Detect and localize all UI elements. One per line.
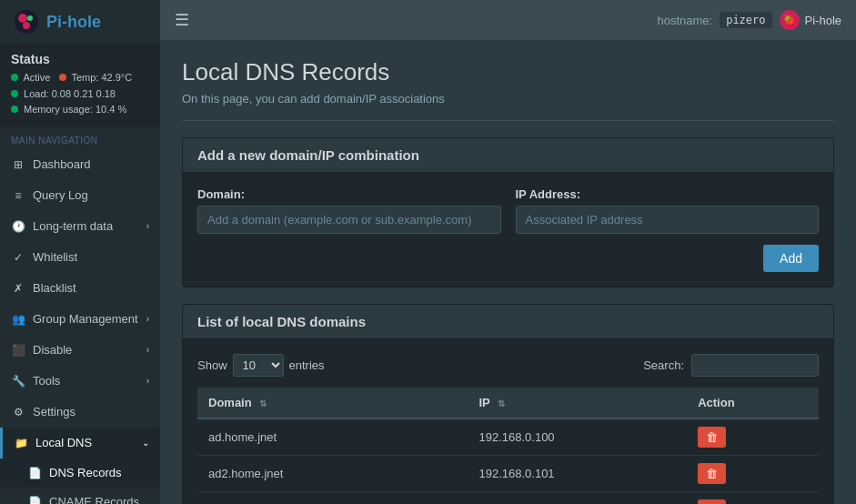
whitelist-icon: ✓	[11, 250, 25, 265]
page-content: Local DNS Records On this page, you can …	[160, 40, 856, 504]
form-row: Domain: IP Address:	[197, 187, 819, 234]
tools-icon: 🔧	[11, 374, 25, 388]
search-input[interactable]	[691, 354, 819, 377]
sidebar-item-tools[interactable]: 🔧 Tools ›	[0, 366, 160, 397]
table-row: esphome.jnet 192.168.0.22 🗑	[197, 492, 819, 505]
cell-domain: ad.home.jnet	[197, 418, 468, 456]
topbar: ☰ hostname: pizero 🍓 Pi-hole	[160, 0, 856, 40]
pihole-badge: 🍓 Pi-hole	[780, 10, 841, 30]
show-label: Show	[197, 358, 227, 372]
query-log-icon: ≡	[11, 188, 25, 203]
cell-ip: 192.168.0.101	[468, 456, 687, 492]
sidebar-header: Pi-hole	[0, 0, 160, 45]
disable-icon: ⬛	[11, 343, 25, 358]
sidebar-item-label: Local DNS	[35, 436, 92, 449]
status-section: Status Active Temp: 42.9°C Load: 0.08 0.…	[0, 45, 160, 126]
sidebar-item-cname-records[interactable]: 📄 CNAME Records	[0, 488, 160, 504]
hamburger-menu-icon[interactable]: ☰	[175, 10, 189, 30]
page-title: Local DNS Records	[182, 58, 834, 86]
form-actions: Add	[197, 245, 819, 272]
sort-icon[interactable]: ⇅	[498, 398, 505, 408]
dns-list-card: List of local DNS domains Show 10 25 50 …	[182, 304, 834, 504]
sidebar-item-label: Long-term data	[33, 219, 113, 233]
sidebar-item-local-dns[interactable]: 📁 Local DNS ⌄	[0, 428, 160, 459]
status-load: Load: 0.08 0.21 0.18	[11, 86, 149, 103]
title-divider	[182, 120, 834, 121]
chevron-right-icon: ›	[146, 376, 149, 386]
status-memory: Memory usage: 10.4 %	[11, 102, 149, 118]
sidebar-item-label: Tools	[33, 374, 60, 388]
topbar-left: ☰	[175, 10, 189, 30]
cell-action: 🗑	[687, 492, 819, 505]
status-active: Active Temp: 42.9°C	[11, 70, 149, 86]
dns-list-card-header: List of local DNS domains	[183, 305, 833, 339]
col-action: Action	[687, 388, 819, 418]
col-domain: Domain ⇅	[197, 388, 468, 418]
sidebar-item-label: Settings	[33, 405, 76, 418]
blacklist-icon: ✗	[11, 281, 25, 296]
ip-label: IP Address:	[516, 187, 820, 201]
dns-table-body: ad.home.jnet 192.168.0.100 🗑 ad2.home.jn…	[197, 418, 819, 504]
settings-icon: ⚙	[11, 405, 25, 419]
nav-section-label: MAIN NAVIGATION	[0, 126, 160, 149]
table-controls: Show 10 25 50 100 entries Search:	[197, 354, 819, 377]
dashboard-icon: ⊞	[11, 157, 25, 172]
entries-label: entries	[289, 358, 325, 372]
sidebar-item-group-management[interactable]: 👥 Group Management ›	[0, 304, 160, 335]
sidebar-item-blacklist[interactable]: ✗ Blacklist	[0, 273, 160, 304]
sidebar-item-label: Whitelist	[33, 250, 77, 264]
add-form-title: Add a new domain/IP combination	[197, 147, 419, 163]
sidebar-item-label: Blacklist	[33, 281, 76, 295]
table-row: ad.home.jnet 192.168.0.100 🗑	[197, 418, 819, 456]
sidebar-item-settings[interactable]: ⚙ Settings	[0, 397, 160, 428]
topbar-right: hostname: pizero 🍓 Pi-hole	[657, 10, 841, 30]
table-row: ad2.home.jnet 192.168.0.101 🗑	[197, 456, 819, 492]
sidebar-item-whitelist[interactable]: ✓ Whitelist	[0, 242, 160, 273]
chevron-right-icon: ›	[146, 314, 149, 324]
add-form-card-header: Add a new domain/IP combination	[183, 138, 833, 173]
chevron-down-icon: ⌄	[142, 438, 149, 448]
sidebar-item-dns-records[interactable]: 📄 DNS Records	[0, 459, 160, 488]
add-button[interactable]: Add	[763, 245, 819, 272]
svg-point-3	[23, 22, 30, 29]
load-dot	[11, 90, 18, 97]
temp-dot	[59, 74, 66, 81]
long-term-icon: 🕐	[11, 219, 25, 234]
dns-table-head: Domain ⇅ IP ⇅ Action	[197, 388, 819, 418]
sidebar-item-long-term-data[interactable]: 🕐 Long-term data ›	[0, 211, 160, 242]
cell-action: 🗑	[687, 456, 819, 492]
sidebar-logo-text: Pi-hole	[46, 13, 101, 32]
cell-action: 🗑	[687, 418, 819, 456]
table-header-row: Domain ⇅ IP ⇅ Action	[197, 388, 819, 418]
sidebar-item-label: Disable	[33, 343, 72, 357]
pihole-badge-text: Pi-hole	[805, 14, 841, 27]
active-dot	[11, 74, 18, 81]
svg-point-2	[27, 15, 33, 21]
pihole-logo-icon	[14, 9, 39, 35]
dns-table: Domain ⇅ IP ⇅ Action ad.home.jnet 1	[197, 388, 819, 504]
memory-dot	[11, 106, 18, 113]
sidebar-item-disable[interactable]: ⬛ Disable ›	[0, 335, 160, 366]
sidebar-item-label: DNS Records	[49, 466, 121, 479]
sidebar-item-dashboard[interactable]: ⊞ Dashboard	[0, 149, 160, 180]
delete-button[interactable]: 🗑	[698, 463, 726, 484]
sidebar-item-label: Query Log	[33, 188, 88, 202]
cell-ip: 192.168.0.22	[468, 492, 687, 505]
sort-icon[interactable]: ⇅	[259, 398, 267, 408]
sidebar-item-label: CNAME Records	[49, 495, 139, 504]
ip-input[interactable]	[516, 206, 820, 234]
entries-select[interactable]: 10 25 50 100	[233, 354, 284, 377]
sidebar: Pi-hole Status Active Temp: 42.9°C Load:…	[0, 0, 160, 504]
sidebar-item-label: Dashboard	[33, 157, 91, 171]
raspberry-icon: 🍓	[780, 10, 800, 30]
domain-input[interactable]	[197, 206, 501, 234]
cell-domain: ad2.home.jnet	[197, 456, 468, 492]
cell-domain: esphome.jnet	[197, 492, 468, 505]
svg-point-1	[18, 14, 27, 23]
hostname-label: hostname:	[657, 14, 712, 27]
sidebar-item-query-log[interactable]: ≡ Query Log	[0, 180, 160, 211]
delete-button[interactable]: 🗑	[698, 427, 726, 448]
delete-button[interactable]: 🗑	[698, 499, 726, 504]
chevron-right-icon: ›	[146, 345, 149, 355]
chevron-right-icon: ›	[146, 221, 149, 231]
